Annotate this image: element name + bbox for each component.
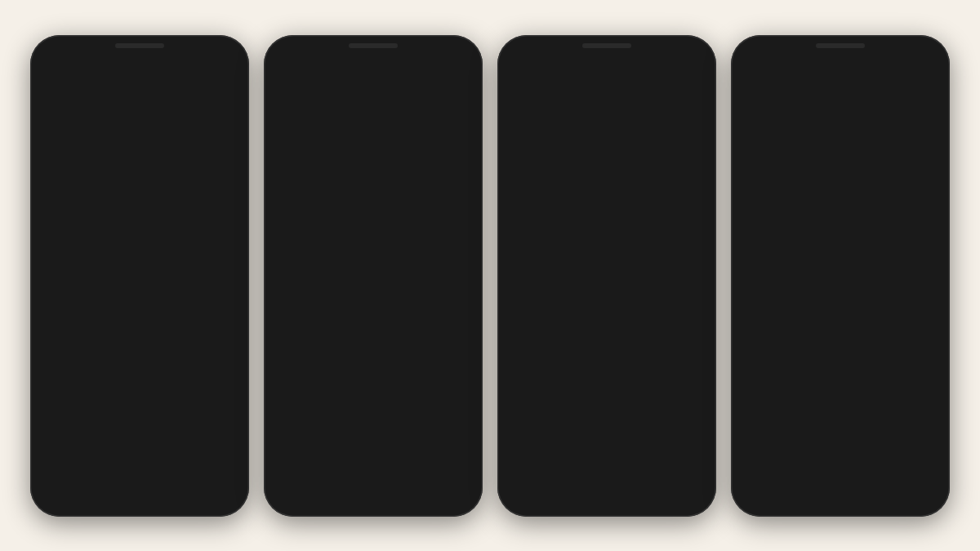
chat-item-wbi[interactable]: WBI WBI 🎥 Video call 9/12/23	[37, 297, 243, 345]
chat-item-wbigroup[interactable]: WBI WBI Group ✓✓ You: WABetaInfo	[37, 201, 243, 249]
chat-info-wbigroup-2: WBI Group ✓✓ You: WABetaInfo	[323, 213, 466, 236]
chat-item-wabetainfo[interactable]: WBI WABetaInfo ✓✓ You: WABetaInfo 📌	[37, 153, 243, 201]
msg-text-1: WABetaInfo	[644, 207, 697, 218]
archived-row-2[interactable]: ⬇ Archived	[270, 127, 476, 153]
bottom-nav-2: 💬 Chats 🔄 Updates 👥 Communities 📞 Calls	[270, 451, 476, 495]
nav-updates-1[interactable]: 🔄 Updates	[93, 460, 121, 487]
more-icon-2[interactable]: ⋮	[925, 103, 937, 116]
chat-input-field-3[interactable]: Message 😊 📷	[523, 469, 672, 487]
contact-name-3: WABetaInfo	[559, 99, 643, 111]
chats-nav-icon-2: 💬	[283, 460, 301, 478]
archive-icon-2: ⬇	[282, 133, 291, 145]
phone-2: 9:07 ▲ ▌▌ ▓ WhatsApp 📷 🔍 WBI ⬇ Archived	[264, 35, 483, 517]
attach-icon-3[interactable]: +	[510, 470, 518, 485]
chat-item-wabetainfo-2[interactable]: WBI WABetaInfo ✓✓ You: WABetaInfo 📌	[270, 153, 476, 201]
back-arrow-4[interactable]: ←	[744, 102, 757, 117]
phone-screen-3: 9:07 ▲ ▌▌ ▓ ← WBI WABetaInfo tap here fo…	[504, 56, 710, 495]
lock-icon-2: 🔒	[284, 352, 293, 360]
camera-attach-icon-3[interactable]: 📷	[652, 472, 664, 483]
wa-title-1: WhatsApp	[47, 99, 119, 116]
chat-meta-pin-2: 📌	[457, 172, 466, 180]
status-icons-4: ▲ ▌▌ ▓	[906, 78, 933, 86]
camera-attach-icon-4[interactable]: 📷	[885, 472, 898, 483]
calls-nav-label: Calls	[213, 479, 229, 487]
battery-icon-3: ▓	[694, 78, 700, 86]
wa-header-icons-1: 📷 🔍 WBI	[156, 97, 233, 118]
mic-btn-4[interactable]: 🎙	[911, 464, 937, 491]
emoji-icon-3[interactable]: 😊	[637, 472, 648, 482]
nav-calls-1[interactable]: 📞 Calls	[212, 460, 230, 487]
voice-call-icon-2[interactable]: 📞	[903, 103, 917, 116]
status-time-4: 9:06	[747, 78, 762, 86]
chat-item-wbigroup-2[interactable]: WBI WBI Group ✓✓ You: WABetaInfo	[270, 201, 476, 249]
voice-call-icon[interactable]: 📞	[670, 103, 684, 116]
system-msg-1: You created group 'WABetaInfo'	[541, 160, 673, 174]
nav-updates-2[interactable]: 🔄 Updates	[327, 460, 354, 487]
chat-name-wabetainfo-2: WABetaInfo	[323, 165, 449, 177]
avatar-icon-2[interactable]: WBI	[445, 97, 466, 118]
chat-input-bar-3: + Message 😊 📷 🎙	[504, 460, 710, 495]
status-icons-3: ▲ ▌▌ ▓	[672, 78, 700, 86]
communities-nav-label-2: Communities	[378, 479, 421, 487]
chat-name-wbi-2: WBI	[323, 309, 431, 322]
search-icon-2[interactable]: 🔍	[417, 100, 434, 115]
search-icon[interactable]: 🔍	[184, 100, 200, 115]
avatar-wbigroup: WBI	[47, 207, 81, 242]
avatar-icon[interactable]: WBI	[212, 97, 233, 118]
contact-info-3[interactable]: WABetaInfo tap here for group info	[559, 99, 643, 119]
read-receipt-2: ✓✓	[919, 220, 932, 228]
phone-screen-4: 9:06 ▲ ▌▌ ▓ ← WBI WABetaInfo WBI, You 🎥 …	[737, 56, 943, 495]
contact-name-4: WABetaInfo	[793, 99, 876, 111]
phone-4: 9:06 ▲ ▌▌ ▓ ← WBI WABetaInfo WBI, You 🎥 …	[731, 35, 950, 517]
avatar-wabetainfo: WBI	[47, 159, 81, 193]
update-badge	[117, 458, 123, 464]
chat-meta-wbi-2: 9/12/23	[439, 316, 466, 325]
chat-item-community[interactable]: WBI Community Community You updated the …	[37, 249, 243, 297]
chat-preview-wabetainfo: ✓✓ You: WABetaInfo	[89, 177, 216, 188]
emoji-icon-4[interactable]: 😊	[871, 472, 882, 482]
video-call-icon[interactable]: 🎥	[648, 103, 662, 116]
chat-name-wbi: WBI	[89, 309, 198, 322]
camera-icon[interactable]: 📷	[156, 100, 172, 115]
avatar-wbi: WBI	[47, 304, 81, 338]
updates-nav-icon: 🔄	[97, 460, 115, 478]
chat-top-icons-4: 🎥 📞 ⋮	[881, 103, 937, 116]
chat-name-wbigroup: WBI Group	[89, 213, 233, 225]
fab-2[interactable]: ✏	[427, 411, 466, 450]
communities-nav-icon-2: 👥	[391, 460, 409, 478]
chevron-icon-2: ›	[463, 267, 466, 278]
chat-meta-wabetainfo: 📌	[224, 172, 233, 180]
read-receipt-1: ✓✓	[685, 220, 698, 228]
chat-meta-wbi: 9/12/23	[206, 316, 233, 325]
chat-name-wabetainfo: WABetaInfo	[89, 165, 216, 177]
phone-screen-1: 9:07 ▲ ▌▌ ▓ WhatsApp 📷 🔍 WBI ⬇ Arc	[37, 56, 243, 495]
nav-calls-2[interactable]: 📞 Calls	[446, 460, 464, 487]
video-call-icon-2[interactable]: 🎥	[881, 103, 895, 116]
messages-area-4: May 2, 2023 You created group 'WABetaInf…	[737, 130, 943, 460]
archived-row-1[interactable]: ⬇ Archived	[37, 127, 243, 153]
nav-chats-2[interactable]: 💬 Chats	[283, 460, 302, 487]
nav-chats-1[interactable]: 💬 Chats	[49, 460, 69, 487]
fab-1[interactable]: ✏	[194, 411, 233, 450]
camera-icon-2[interactable]: 📷	[390, 100, 406, 115]
nav-communities-2[interactable]: 👥 Communities	[378, 460, 421, 487]
date-chip-today-2: Today	[822, 182, 860, 194]
encrypted-text-2: Your personal messages are end-to-end en…	[296, 352, 461, 360]
contact-info-4[interactable]: WABetaInfo WBI, You	[793, 99, 876, 119]
chat-item-wbi-2[interactable]: WBI WBI 🎥 Video call 9/12/23	[270, 297, 476, 345]
chat-item-community-2[interactable]: WBI Community Community You updated the …	[270, 249, 476, 297]
avatar-chat-4: WBI	[762, 96, 788, 122]
wa-header-2: WhatsApp 📷 🔍 WBI	[270, 89, 476, 127]
more-icon[interactable]: ⋮	[692, 103, 703, 116]
battery-icon-2: ▓	[461, 78, 466, 86]
nav-communities-1[interactable]: 👥 Communities	[145, 460, 188, 487]
chat-name-community: Community	[89, 261, 221, 273]
lock-icon: 🔒	[51, 352, 60, 360]
chat-input-field-4[interactable]: Message 😊 📷	[756, 469, 906, 487]
chat-top-icons-3: 🎥 📞 ⋮	[648, 103, 703, 116]
back-arrow-3[interactable]: ←	[510, 102, 523, 117]
mic-btn-3[interactable]: 🎙	[677, 464, 703, 491]
calls-nav-icon: 📞	[212, 460, 230, 478]
contact-status-3: tap here for group info	[559, 111, 643, 119]
attach-icon-4[interactable]: +	[744, 470, 751, 485]
